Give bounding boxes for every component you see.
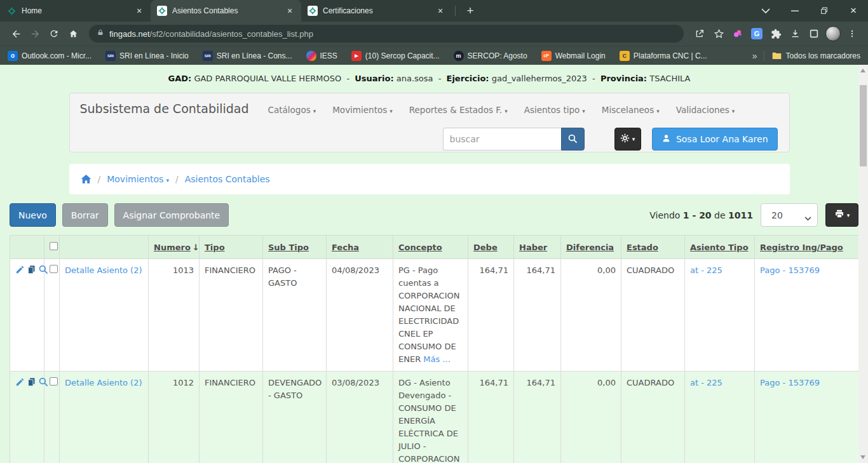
- scrollbar-thumb[interactable]: [860, 85, 867, 166]
- view-search-icon[interactable]: [38, 377, 48, 387]
- home-icon[interactable]: [81, 174, 92, 184]
- home-icon[interactable]: [64, 24, 83, 43]
- registro-pago-link[interactable]: Pago - 153769: [760, 265, 820, 275]
- tab-search-button[interactable]: [751, 0, 780, 22]
- menu-reportes[interactable]: Reportes & Estados F.▾: [409, 105, 508, 115]
- tab-certificaciones[interactable]: Certificaciones ×: [301, 0, 452, 22]
- user-menu-button[interactable]: Sosa Loor Ana Karen: [652, 128, 778, 151]
- copy-icon[interactable]: [27, 265, 36, 274]
- registro-pago-link[interactable]: Pago - 153769: [760, 378, 820, 387]
- search-input[interactable]: [443, 128, 561, 151]
- print-button[interactable]: ▾: [825, 203, 858, 227]
- column-asiento-tipo-header[interactable]: Asiento Tipo: [685, 236, 755, 259]
- forward-icon[interactable]: [25, 24, 44, 43]
- chevron-down-icon: ▾: [582, 108, 585, 114]
- chevron-down-icon: ▾: [732, 108, 735, 114]
- tab-close-icon[interactable]: ×: [285, 6, 295, 16]
- asiento-tipo-link[interactable]: at - 225: [690, 265, 722, 275]
- bookmarks-overflow-chevron[interactable]: »: [752, 51, 757, 61]
- web-page: GAD: GAD PARROQUIAL VALLE HERMOSO - Usua…: [0, 65, 858, 463]
- menu-miscelaneos[interactable]: Miscelaneos▾: [602, 105, 660, 115]
- diferencia-cell: 0,00: [561, 259, 621, 372]
- menu-asientos-tipo[interactable]: Asientos tipo▾: [524, 105, 585, 115]
- column-estado-header[interactable]: Estado: [621, 236, 685, 259]
- column-diferencia-header[interactable]: Diferencia: [561, 236, 621, 259]
- url-bar[interactable]: fingads.net/sf2/contabilidad/asientos_co…: [89, 25, 684, 43]
- menu-catalogos[interactable]: Catálogos▾: [268, 105, 316, 115]
- chevron-down-icon: ▾: [847, 212, 850, 218]
- fecha-cell: 04/08/2023: [327, 259, 393, 372]
- column-debe-header[interactable]: Debe: [468, 236, 514, 259]
- edit-icon[interactable]: [15, 265, 25, 274]
- select-row-checkbox[interactable]: [50, 377, 58, 386]
- column-registro-header[interactable]: Registro Ing/Pago: [755, 236, 859, 259]
- breadcrumb-movimientos[interactable]: Movimientos▾: [107, 174, 169, 184]
- extension-flamingo-icon[interactable]: [728, 24, 747, 43]
- edit-icon[interactable]: [15, 377, 25, 387]
- all-bookmarks-button[interactable]: Todos los marcadores: [772, 51, 860, 61]
- menu-movimientos[interactable]: Movimientos▾: [332, 105, 393, 115]
- reload-icon[interactable]: [44, 24, 64, 43]
- bookmark-plataforma-cnc[interactable]: CPlataforma CNC | C...: [620, 51, 707, 61]
- new-button[interactable]: Nuevo: [10, 203, 56, 227]
- tab-close-icon[interactable]: ×: [134, 6, 144, 16]
- chevron-down-icon: ▾: [166, 177, 169, 184]
- scroll-down-icon[interactable]: [860, 455, 865, 459]
- scroll-up-icon[interactable]: [860, 69, 865, 72]
- select-row-checkbox[interactable]: [50, 265, 58, 273]
- view-search-icon[interactable]: [38, 264, 48, 274]
- profile-avatar[interactable]: [824, 24, 843, 43]
- tab-close-icon[interactable]: ×: [435, 6, 445, 16]
- breadcrumb-separator: /: [175, 174, 179, 184]
- asientos-table: Numero↓ Tipo Sub Tipo Fecha Concepto Deb…: [10, 235, 858, 463]
- new-tab-button[interactable]: +: [461, 2, 479, 20]
- bookmark-sri-consultas[interactable]: SRISRI en Línea - Cons...: [203, 51, 292, 61]
- youtube-icon: ▶: [351, 51, 362, 61]
- menu-validaciones[interactable]: Validaciones▾: [676, 105, 735, 115]
- settings-button[interactable]: ▾: [614, 128, 641, 151]
- extensions-puzzle-icon[interactable]: [766, 24, 785, 43]
- asiento-tipo-link[interactable]: at - 225: [690, 378, 722, 387]
- copy-icon[interactable]: [27, 377, 36, 387]
- close-window-button[interactable]: ×: [839, 0, 868, 22]
- restore-button[interactable]: [810, 0, 839, 22]
- downloads-icon[interactable]: [785, 24, 804, 43]
- select-all-checkbox[interactable]: [50, 242, 58, 250]
- bookmark-sri-inicio[interactable]: SRISRI en Línea - Inicio: [105, 51, 189, 61]
- minimize-button[interactable]: [780, 0, 810, 22]
- menu-kebab-icon[interactable]: [843, 24, 862, 43]
- column-numero-header[interactable]: Numero↓: [149, 236, 200, 259]
- delete-button[interactable]: Borrar: [62, 203, 108, 227]
- column-haber-header[interactable]: Haber: [514, 236, 561, 259]
- debe-cell: 164,71: [468, 259, 514, 372]
- assign-voucher-button[interactable]: Asignar Comprobante: [114, 203, 229, 227]
- bookmark-sercop-agosto[interactable]: mSERCOP: Agosto: [454, 51, 527, 61]
- share-icon[interactable]: [690, 24, 709, 43]
- column-fecha-header[interactable]: Fecha: [327, 236, 393, 259]
- translate-extension-icon[interactable]: G: [747, 24, 766, 43]
- bookmark-webmail[interactable]: cPWebmail Login: [541, 51, 606, 61]
- detalle-asiento-link[interactable]: Detalle Asiento (2): [65, 378, 142, 387]
- bookmarks-separator: [764, 51, 764, 61]
- bookmark-iess[interactable]: IESS: [306, 51, 337, 61]
- cpanel-icon: cP: [541, 51, 552, 61]
- bookmark-sercop-capacitacion[interactable]: ▶(10) Sercop Capacit...: [351, 51, 440, 61]
- mas-link[interactable]: Más ...: [423, 354, 451, 364]
- lock-icon[interactable]: [97, 28, 104, 39]
- back-icon[interactable]: [6, 24, 25, 43]
- search-button[interactable]: [561, 128, 585, 151]
- numero-cell: 1013: [149, 259, 200, 372]
- detalle-asiento-link[interactable]: Detalle Asiento (2): [65, 265, 142, 275]
- tab-home[interactable]: Home ×: [0, 0, 151, 22]
- page-size-select[interactable]: 20: [761, 203, 818, 227]
- breadcrumb-current[interactable]: Asientos Contables: [185, 174, 270, 184]
- column-subtipo-header[interactable]: Sub Tipo: [263, 236, 327, 259]
- side-panel-icon[interactable]: [804, 24, 824, 43]
- column-concepto-header[interactable]: Concepto: [393, 236, 468, 259]
- bookmark-star-icon[interactable]: [709, 24, 728, 43]
- cnc-icon: C: [620, 51, 630, 61]
- column-tipo-header[interactable]: Tipo: [200, 236, 263, 259]
- tab-asientos-contables[interactable]: Asientos Contables ×: [151, 0, 301, 22]
- page-scrollbar[interactable]: [858, 65, 868, 463]
- bookmark-outlook[interactable]: oOutlook.com - Micr...: [8, 51, 92, 61]
